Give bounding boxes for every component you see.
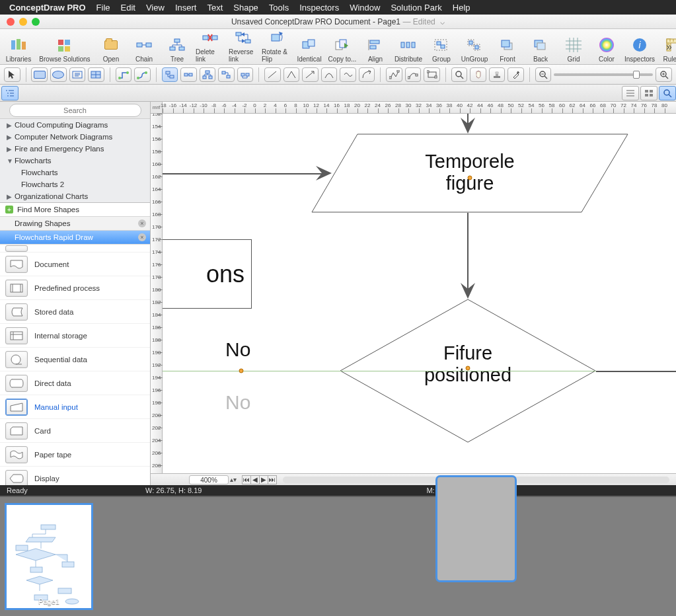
table-tool[interactable]	[88, 67, 104, 82]
page-thumbnail[interactable]: Page1	[7, 505, 91, 608]
next-page-icon[interactable]: ▶	[259, 475, 268, 484]
shape-item[interactable]: Sequential data	[0, 348, 150, 371]
tab-flowcharts-rapid-draw[interactable]: Flowcharts Rapid Draw ×	[0, 231, 150, 245]
menu-help[interactable]: Help	[453, 3, 470, 13]
first-page-icon[interactable]: ⏮	[242, 475, 251, 484]
menu-text[interactable]: Text	[207, 3, 223, 13]
connection-point-icon[interactable]	[468, 176, 472, 180]
toolbar-grid[interactable]: Grid	[559, 36, 588, 63]
zoom-stepper-icon[interactable]: ▴▾	[230, 476, 237, 483]
zoom-out-button[interactable]	[535, 67, 552, 82]
search-view-icon[interactable]	[659, 86, 676, 100]
connector-tool-1[interactable]	[116, 67, 132, 82]
rapiddraw-tool-4[interactable]	[218, 67, 235, 82]
menu-solutionpark[interactable]: Solution Park	[391, 3, 441, 13]
rapiddraw-tool-1[interactable]	[162, 67, 178, 82]
shape-item[interactable]: Display	[0, 467, 150, 485]
rapiddraw-tool-3[interactable]	[200, 67, 216, 82]
toolbar-tree[interactable]: Tree	[163, 36, 192, 63]
menu-view[interactable]: View	[146, 3, 165, 13]
connection-point-icon[interactable]	[466, 366, 470, 371]
toolbar-front[interactable]: Front	[493, 36, 522, 63]
shape-item[interactable]: Paper tape	[0, 443, 150, 467]
zoom-tool[interactable]	[451, 67, 468, 82]
rapiddraw-tool-2[interactable]	[180, 67, 197, 82]
shape-item[interactable]: Manual input	[0, 395, 150, 419]
toolbar-rotateflip[interactable]: Rotate & Flip	[262, 28, 291, 63]
menu-inspectors[interactable]: Inspectors	[299, 3, 339, 13]
text-tool[interactable]	[69, 67, 86, 82]
eyedropper-tool[interactable]	[507, 67, 524, 82]
horizontal-scrollbar[interactable]	[283, 477, 669, 483]
grid-view-icon[interactable]	[640, 86, 657, 100]
chevron-down-icon[interactable]: ⌵	[440, 17, 445, 26]
tree-node[interactable]: ▼Flowcharts	[0, 155, 150, 167]
toolbar-libraries[interactable]: Libraries	[4, 36, 33, 63]
zoom-slider[interactable]	[554, 73, 653, 76]
outline-view-icon[interactable]	[1, 86, 19, 100]
horizontal-ruler[interactable]: mm -18-16-14-12-10-8-6-4-202468101214161…	[151, 102, 676, 114]
last-page-icon[interactable]: ⏭	[268, 475, 277, 484]
list-view-icon[interactable]	[622, 86, 639, 100]
prev-page-icon[interactable]: ◀	[250, 475, 260, 484]
vertical-ruler[interactable]: 1521541561581601621641661681701721741761…	[151, 114, 163, 473]
edit-points-tool-1[interactable]	[386, 67, 402, 82]
shape-item[interactable]: Card	[0, 419, 150, 443]
zoom-in-button[interactable]	[656, 67, 672, 82]
process-shape[interactable]: ons	[163, 239, 252, 309]
connector-line[interactable]	[163, 173, 324, 174]
toolbar-back[interactable]: Back	[526, 36, 555, 63]
stamp-tool[interactable]	[489, 67, 506, 82]
tree-node[interactable]: ▶Computer Network Diagrams	[0, 131, 150, 143]
zoom-value[interactable]: 400%	[189, 475, 229, 484]
shape-item[interactable]	[0, 245, 150, 252]
toolbar-distribute[interactable]: Distribute	[394, 36, 423, 63]
toolbar-align[interactable]: Align	[361, 36, 390, 63]
toolbar-open[interactable]: Open	[96, 36, 126, 63]
shape-item[interactable]: Predefined process	[0, 276, 150, 300]
ellipse-tool[interactable]	[50, 67, 67, 82]
shape-item[interactable]: Document	[0, 252, 150, 276]
tree-node[interactable]: ▶Organizational Charts	[0, 190, 150, 202]
connector-line[interactable]	[596, 371, 676, 372]
toolbar-deletelink[interactable]: Delete link	[196, 28, 225, 63]
edit-points-tool-3[interactable]	[424, 67, 440, 82]
close-icon[interactable]: ×	[138, 219, 146, 227]
menu-tools[interactable]: Tools	[269, 3, 289, 13]
search-input[interactable]	[9, 104, 141, 117]
toolbar-copyto[interactable]: Copy to...	[328, 36, 357, 63]
toolbar-reverselink[interactable]: Reverse link	[229, 28, 258, 63]
find-more-shapes-button[interactable]: + Find More Shapes	[0, 203, 150, 217]
decision-shape[interactable]: Fifure positioned	[340, 299, 596, 445]
toolbar-identical[interactable]: Identical	[295, 36, 324, 63]
tree-node[interactable]: Flowcharts 2	[0, 178, 150, 190]
rapiddraw-tool-5[interactable]	[237, 67, 254, 82]
connector-tool-2[interactable]	[134, 67, 151, 82]
line-tool-1[interactable]	[264, 67, 281, 82]
menu-edit[interactable]: Edit	[121, 3, 135, 13]
menu-file[interactable]: File	[96, 3, 110, 13]
line-tool-2[interactable]	[283, 67, 300, 82]
toolbar-ungroup[interactable]: UnGroup	[460, 36, 489, 63]
close-icon[interactable]: ×	[138, 233, 146, 241]
line-tool-3[interactable]	[302, 67, 319, 82]
shape-item[interactable]: Internal storage	[0, 324, 150, 348]
toolbar-group[interactable]: Group	[427, 36, 456, 63]
tab-drawing-shapes[interactable]: Drawing Shapes ×	[0, 217, 150, 231]
toolbar-color[interactable]: Color	[592, 36, 621, 63]
toolbar-chain[interactable]: Chain	[130, 36, 159, 63]
shape-item[interactable]: Direct data	[0, 371, 150, 395]
connector-label-no[interactable]: No	[225, 338, 250, 361]
parallelogram-shape[interactable]: Temporele figure	[311, 134, 628, 215]
toolbar-browse[interactable]: Browse Solutions	[37, 36, 93, 63]
curve-tool-2[interactable]	[340, 67, 356, 82]
shape-list[interactable]: DocumentPredefined processStored dataInt…	[0, 245, 150, 485]
rect-tool[interactable]	[31, 67, 48, 82]
connector-line[interactable]	[467, 213, 469, 292]
drawing-canvas[interactable]: Temporele figure ons	[163, 114, 676, 473]
pointer-tool[interactable]	[4, 67, 20, 82]
edit-points-tool-2[interactable]	[405, 67, 422, 82]
curve-tool-1[interactable]	[321, 67, 338, 82]
tree-node[interactable]: ▶Fire and Emergency Plans	[0, 143, 150, 155]
menu-insert[interactable]: Insert	[175, 3, 197, 13]
